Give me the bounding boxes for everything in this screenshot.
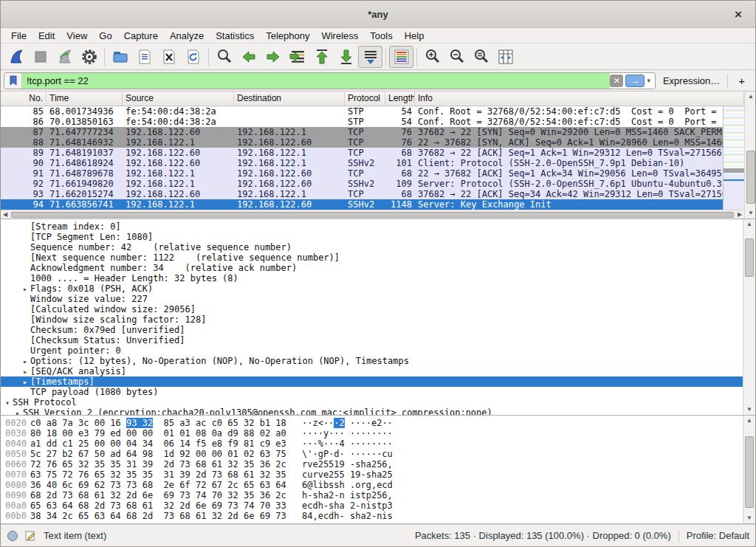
go-back-button[interactable] — [236, 46, 261, 68]
go-to-packet-button[interactable] — [285, 46, 309, 68]
vscroll-track[interactable] — [745, 102, 756, 208]
detail-line[interactable]: TCP payload (1080 bytes) — [1, 387, 743, 397]
display-filter-input[interactable] — [22, 73, 610, 89]
capture-comment-icon[interactable] — [24, 530, 36, 542]
vscroll-thumb[interactable] — [745, 238, 754, 277]
hex-row[interactable]: 009068 2d 73 68 61 32 2d 6e 69 73 74 70 … — [1, 490, 743, 500]
packet-row[interactable]: 9371.662015274192.168.122.60192.168.122.… — [1, 189, 723, 199]
packet-row[interactable]: 8871.648146932192.168.122.1192.168.122.6… — [1, 137, 723, 148]
hscroll-thumb[interactable] — [11, 212, 734, 218]
detail-line[interactable]: [Next sequence number: 1122 (relative se… — [1, 252, 743, 263]
details-vscrollbar[interactable]: ▲ ▼ — [743, 219, 755, 415]
detail-line[interactable]: [Checksum Status: Unverified] — [1, 335, 743, 345]
hex-ascii[interactable]: \'·gP·d· ······cu — [302, 449, 393, 459]
hex-row[interactable]: 0020c0 a8 7a 3c 00 16 93 32 85 a3 ac c0 … — [1, 418, 743, 428]
scroll-up-icon[interactable]: ▲ — [743, 219, 755, 230]
vscroll-thumb[interactable] — [746, 151, 755, 204]
vscroll-track[interactable] — [743, 230, 755, 405]
menu-wireless[interactable]: Wireless — [315, 30, 364, 42]
hex-bytes[interactable]: 68 2d 73 68 61 32 2d 6e 69 73 74 70 32 3… — [30, 490, 302, 500]
hex-vscrollbar[interactable]: ▲ ▼ — [743, 416, 755, 523]
column-header-info[interactable]: Info — [415, 92, 744, 106]
vscroll-track[interactable] — [743, 426, 755, 513]
detail-line[interactable]: ▸Flags: 0x018 (PSH, ACK) — [1, 283, 743, 294]
column-header-protocol[interactable]: Protocol — [345, 92, 385, 106]
detail-line[interactable]: Acknowledgment number: 34 (relative ack … — [1, 263, 743, 273]
menu-help[interactable]: Help — [399, 30, 430, 42]
column-header-length[interactable]: Length — [385, 92, 415, 106]
hex-row[interactable]: 00a065 63 64 68 2d 73 68 61 32 2d 6e 69 … — [1, 500, 743, 511]
scroll-up-icon[interactable]: ▲ — [745, 92, 756, 102]
detail-line[interactable]: ▸[SEQ/ACK analysis] — [1, 366, 743, 376]
packet-row[interactable]: 8971.648191037192.168.122.60192.168.122.… — [1, 148, 723, 158]
open-file-button[interactable] — [108, 46, 132, 68]
detail-line[interactable]: [TCP Segment Len: 1080] — [1, 232, 743, 242]
hex-row[interactable]: 007063 75 72 76 65 32 35 35 31 39 2d 73 … — [1, 469, 743, 480]
menu-statistics[interactable]: Statistics — [210, 30, 260, 42]
zoom-in-button[interactable] — [420, 46, 444, 68]
go-last-packet-button[interactable] — [334, 46, 358, 68]
packet-row[interactable]: 9171.648789678192.168.122.1192.168.122.6… — [1, 168, 723, 179]
hex-bytes[interactable]: c0 a8 7a 3c 00 16 93 32 85 a3 ac c0 65 3… — [30, 418, 302, 428]
detail-line[interactable]: Checksum: 0x79ed [unverified] — [1, 325, 743, 335]
zoom-out-button[interactable] — [444, 46, 469, 68]
add-filter-button[interactable]: + — [732, 75, 751, 87]
hex-bytes[interactable]: 65 63 64 68 2d 73 68 61 32 2d 6e 69 73 7… — [30, 500, 302, 511]
go-first-packet-button[interactable] — [309, 46, 334, 68]
hex-row[interactable]: 003080 18 00 e3 79 ed 00 00 01 01 08 0a … — [1, 428, 743, 438]
menu-go[interactable]: Go — [93, 30, 117, 42]
scroll-down-icon[interactable]: ▼ — [745, 208, 756, 219]
detail-line[interactable]: Urgent pointer: 0 — [1, 345, 743, 356]
packet-list-hscrollbar[interactable]: ◀ ▶ — [1, 210, 744, 219]
hex-bytes[interactable]: 38 34 2c 65 63 64 68 2d 73 68 61 32 2d 6… — [30, 511, 302, 521]
expert-info-icon[interactable] — [7, 530, 18, 542]
expand-arrow-icon[interactable]: ▸ — [20, 285, 30, 293]
menu-edit[interactable]: Edit — [32, 30, 61, 42]
zoom-reset-button[interactable] — [469, 46, 493, 68]
expand-arrow-icon[interactable]: ▸ — [20, 357, 30, 365]
menu-file[interactable]: File — [5, 30, 32, 42]
column-header-time[interactable]: Time — [47, 92, 123, 106]
column-header-destination[interactable]: Destination — [234, 92, 345, 106]
menu-analyze[interactable]: Analyze — [164, 30, 210, 42]
hex-ascii[interactable]: ···%···4 ········ — [302, 438, 393, 449]
column-header-source[interactable]: Source — [123, 92, 234, 106]
hex-bytes[interactable]: 36 40 6c 69 62 73 73 68 2e 6f 72 67 2c 6… — [30, 480, 302, 490]
scroll-right-icon[interactable]: ▶ — [735, 210, 744, 219]
hex-row[interactable]: 0040a1 dd c1 25 00 00 04 34 06 14 f5 e8 … — [1, 438, 743, 449]
hex-ascii[interactable]: 6@libssh .org,ecd — [302, 480, 393, 490]
title-bar[interactable]: *any × — [1, 1, 755, 28]
scroll-up-icon[interactable]: ▲ — [743, 416, 755, 426]
hex-ascii[interactable]: ··z<···2 ····e2·· — [302, 418, 393, 428]
detail-line[interactable]: ▸[Timestamps] — [1, 376, 743, 387]
go-forward-button[interactable] — [261, 46, 285, 68]
hex-bytes[interactable]: 72 76 65 32 35 35 31 39 2d 73 68 61 32 3… — [30, 459, 302, 469]
menu-capture[interactable]: Capture — [118, 30, 164, 42]
hex-ascii[interactable]: ecdh-sha 2-nistp3 — [302, 500, 393, 511]
detail-line[interactable]: [Window size scaling factor: 128] — [1, 314, 743, 325]
detail-line[interactable]: 1000 .... = Header Length: 32 bytes (8) — [1, 273, 743, 283]
filter-bookmark-button[interactable] — [4, 73, 22, 89]
expression-button[interactable]: Expression… — [660, 75, 723, 86]
reload-file-button[interactable] — [181, 46, 205, 68]
stop-capture-button[interactable] — [28, 46, 52, 68]
hex-bytes[interactable]: 80 18 00 e3 79 ed 00 00 01 01 08 0a d9 8… — [30, 428, 302, 438]
expand-arrow-icon[interactable]: ▾ — [2, 399, 13, 407]
detail-line[interactable]: ▸SSH Version 2 (encryption:chacha20-poly… — [1, 407, 743, 415]
resize-columns-button[interactable] — [493, 46, 518, 68]
expand-arrow-icon[interactable]: ▸ — [20, 368, 30, 376]
packet-row[interactable]: 8771.647777234192.168.122.60192.168.122.… — [1, 127, 723, 137]
capture-options-button[interactable] — [77, 46, 101, 68]
detail-line[interactable]: [Stream index: 0] — [1, 221, 743, 232]
column-header-no[interactable]: No. — [1, 92, 47, 106]
menu-tools[interactable]: Tools — [364, 30, 398, 42]
save-file-button[interactable] — [132, 46, 157, 68]
detail-line[interactable]: Sequence number: 42 (relative sequence n… — [1, 242, 743, 252]
hex-bytes[interactable]: a1 dd c1 25 00 00 04 34 06 14 f5 e8 f9 8… — [30, 438, 302, 449]
hex-ascii[interactable]: curve255 19-sha25 — [302, 469, 393, 480]
hex-bytes[interactable]: 5c 27 b2 67 50 ad 64 98 1d 92 00 00 01 0… — [30, 449, 302, 459]
vscroll-thumb[interactable] — [745, 436, 754, 508]
scroll-left-icon[interactable]: ◀ — [1, 210, 10, 219]
packet-row[interactable]: 9271.661949820192.168.122.1192.168.122.6… — [1, 179, 723, 189]
packet-row[interactable]: 8670.013850163fe:54:00:d4:38:2aSTP54Conf… — [1, 117, 723, 127]
